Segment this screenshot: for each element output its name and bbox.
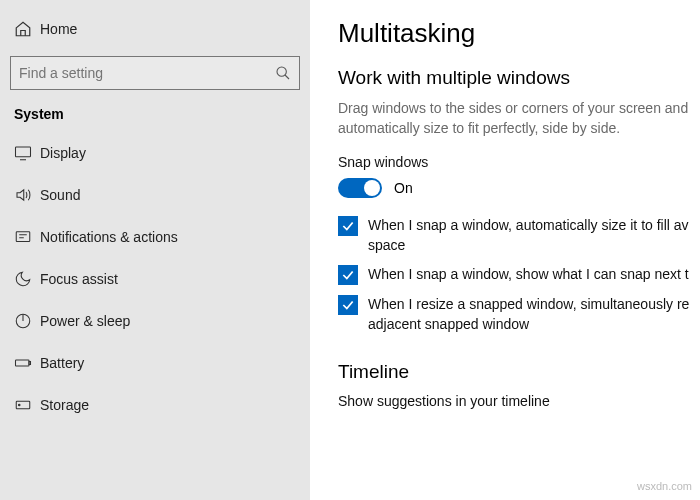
checkbox-checked-icon — [338, 265, 358, 285]
section-description: Drag windows to the sides or corners of … — [338, 99, 700, 138]
svg-line-1 — [285, 75, 289, 79]
sidebar-item-battery[interactable]: Battery — [0, 342, 310, 384]
svg-rect-7 — [16, 360, 30, 366]
check-label: When I resize a snapped window, simultan… — [368, 295, 700, 334]
snap-option-autosize[interactable]: When I snap a window, automatically size… — [338, 216, 700, 255]
sidebar-section-system: System — [0, 102, 310, 132]
sidebar-item-label: Focus assist — [40, 271, 118, 287]
display-icon — [14, 144, 40, 162]
notifications-icon — [14, 228, 40, 246]
search-icon — [275, 65, 291, 81]
sidebar-item-label: Storage — [40, 397, 89, 413]
snap-windows-toggle[interactable] — [338, 178, 382, 198]
snap-option-show-next[interactable]: When I snap a window, show what I can sn… — [338, 265, 700, 285]
search-input-container[interactable] — [10, 56, 300, 90]
svg-rect-4 — [16, 232, 30, 242]
section-heading-timeline: Timeline — [338, 361, 700, 383]
battery-icon — [14, 354, 40, 372]
sidebar-item-storage[interactable]: Storage — [0, 384, 310, 426]
section-heading-work-windows: Work with multiple windows — [338, 67, 700, 89]
watermark: wsxdn.com — [637, 480, 692, 492]
snap-option-resize-adjacent[interactable]: When I resize a snapped window, simultan… — [338, 295, 700, 334]
check-label: When I snap a window, automatically size… — [368, 216, 700, 255]
svg-point-0 — [277, 67, 286, 76]
page-title: Multitasking — [338, 18, 700, 49]
sidebar-item-notifications[interactable]: Notifications & actions — [0, 216, 310, 258]
power-icon — [14, 312, 40, 330]
sidebar: Home System Display Sound Notifica — [0, 0, 310, 500]
sidebar-item-label: Power & sleep — [40, 313, 130, 329]
sidebar-item-power-sleep[interactable]: Power & sleep — [0, 300, 310, 342]
sidebar-item-focus-assist[interactable]: Focus assist — [0, 258, 310, 300]
checkbox-checked-icon — [338, 295, 358, 315]
sidebar-item-home[interactable]: Home — [0, 8, 310, 50]
toggle-state-label: On — [394, 180, 413, 196]
checkbox-checked-icon — [338, 216, 358, 236]
search-input[interactable] — [19, 65, 269, 81]
sidebar-item-label: Battery — [40, 355, 84, 371]
sidebar-item-label: Sound — [40, 187, 80, 203]
home-icon — [14, 20, 40, 38]
sound-icon — [14, 186, 40, 204]
check-label: When I snap a window, show what I can sn… — [368, 265, 689, 285]
timeline-suggestions-label: Show suggestions in your timeline — [338, 393, 700, 409]
focus-assist-icon — [14, 270, 40, 288]
sidebar-item-display[interactable]: Display — [0, 132, 310, 174]
home-label: Home — [40, 21, 77, 37]
storage-icon — [14, 396, 40, 414]
sidebar-item-label: Notifications & actions — [40, 229, 178, 245]
sidebar-item-sound[interactable]: Sound — [0, 174, 310, 216]
toggle-knob — [364, 180, 380, 196]
svg-rect-8 — [29, 362, 31, 365]
snap-windows-label: Snap windows — [338, 154, 700, 170]
main-content: Multitasking Work with multiple windows … — [310, 0, 700, 500]
sidebar-item-label: Display — [40, 145, 86, 161]
svg-point-10 — [19, 404, 21, 406]
svg-rect-2 — [16, 147, 31, 157]
